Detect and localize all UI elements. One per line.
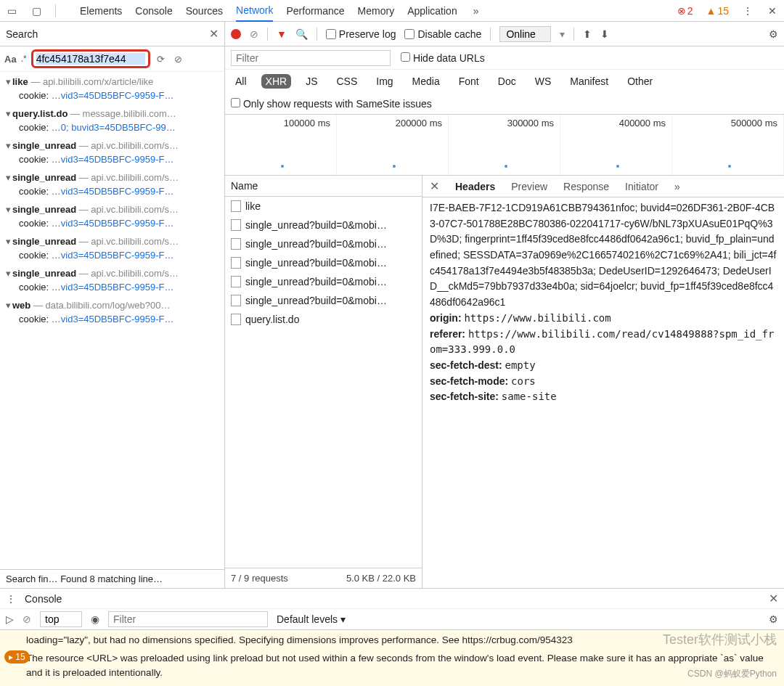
search-result-line[interactable]: cookie: …vid3=45DB5BFC-9959-F… xyxy=(0,152,224,168)
search-result-line[interactable]: cookie: …vid3=45DB5BFC-9959-F… xyxy=(0,184,224,200)
type-xhr[interactable]: XHR xyxy=(261,74,292,89)
request-row[interactable]: query.list.do xyxy=(225,310,422,329)
watermark-logo: Tester软件测试小栈 xyxy=(663,630,777,650)
response-header: sec-fetch-site: same-site xyxy=(430,389,777,405)
drawer-menu-icon[interactable]: ⋮ xyxy=(6,593,16,605)
warn-count-badge: ▸ 15 xyxy=(4,650,30,663)
search-result[interactable]: ▾single_unread — api.vc.bilibili.com/s… xyxy=(0,168,224,184)
download-har-icon[interactable]: ⬇ xyxy=(600,28,609,40)
error-badge[interactable]: ⊗ 2 xyxy=(677,5,693,17)
search-title: Search xyxy=(6,28,38,40)
doc-icon xyxy=(231,295,241,306)
detail-tab-headers[interactable]: Headers xyxy=(455,181,495,192)
search-highlight xyxy=(31,49,150,68)
type-img[interactable]: Img xyxy=(372,74,397,89)
regex-icon[interactable]: .* xyxy=(21,54,27,64)
request-row[interactable]: single_unread?build=0&mobi… xyxy=(225,291,422,310)
detail-more-icon[interactable]: » xyxy=(674,181,680,192)
doc-icon xyxy=(231,238,241,250)
detail-close-icon[interactable]: ✕ xyxy=(430,179,439,193)
type-js[interactable]: JS xyxy=(301,74,322,89)
search-result[interactable]: ▾single_unread — api.vc.bilibili.com/s… xyxy=(0,136,224,152)
request-row[interactable]: single_unread?build=0&mobi… xyxy=(225,272,422,291)
tab-memory[interactable]: Memory xyxy=(358,5,395,17)
search-result[interactable]: ▾web — data.bilibili.com/log/web?00… xyxy=(0,295,224,312)
search-result-line[interactable]: cookie: …vid3=45DB5BFC-9959-F… xyxy=(0,312,224,327)
console-clear-icon[interactable]: ⊘ xyxy=(23,613,31,625)
gear-icon[interactable]: ⚙ xyxy=(769,28,778,40)
tab-performance[interactable]: Performance xyxy=(286,5,344,17)
search-result[interactable]: ▾query.list.do — message.bilibili.com… xyxy=(0,104,224,121)
type-all[interactable]: All xyxy=(231,74,251,89)
timeline-tick: 500000 ms xyxy=(672,115,784,175)
type-media[interactable]: Media xyxy=(408,74,444,89)
tab-elements[interactable]: Elements xyxy=(80,5,122,17)
doc-icon xyxy=(231,219,241,231)
doc-icon xyxy=(231,276,241,287)
console-gear-icon[interactable]: ⚙ xyxy=(769,613,778,625)
search-footer: Search fin… Found 8 matching line… xyxy=(0,569,224,588)
type-other[interactable]: Other xyxy=(623,74,657,89)
search-result-line[interactable]: cookie: …vid3=45DB5BFC-9959-F… xyxy=(0,248,224,264)
samesite-checkbox[interactable]: Only show requests with SameSite issues xyxy=(231,98,432,110)
tab-console[interactable]: Console xyxy=(135,5,172,17)
throttle-select[interactable]: Online xyxy=(499,26,551,42)
name-column-header[interactable]: Name xyxy=(225,176,422,197)
search-result-line[interactable]: cookie: …vid3=45DB5BFC-9959-F… xyxy=(0,89,224,104)
more-tabs-icon[interactable]: » xyxy=(470,5,482,17)
clear-icon[interactable]: ⊘ xyxy=(250,28,258,40)
search-result-line[interactable]: cookie: …vid3=45DB5BFC-9959-F… xyxy=(0,216,224,232)
upload-har-icon[interactable]: ⬆ xyxy=(583,28,592,40)
type-manifest[interactable]: Manifest xyxy=(565,74,613,89)
live-expr-icon[interactable]: ◉ xyxy=(91,613,99,625)
request-row[interactable]: single_unread?build=0&mobi… xyxy=(225,216,422,234)
requests-count: 7 / 9 requests xyxy=(231,573,288,584)
filter-icon[interactable]: ▼ xyxy=(277,28,287,40)
detail-tab-initiator[interactable]: Initiator xyxy=(625,181,658,192)
close-devtools-icon[interactable]: ✕ xyxy=(767,5,778,17)
warn-badge[interactable]: ▲ 15 xyxy=(706,5,729,17)
console-filter-input[interactable] xyxy=(108,611,268,627)
detail-tab-preview[interactable]: Preview xyxy=(511,181,547,192)
search-result[interactable]: ▾like — api.bilibili.com/x/article/like xyxy=(0,72,224,89)
levels-select[interactable]: Default levels ▾ xyxy=(277,613,346,625)
match-case-icon[interactable]: Aa xyxy=(4,54,17,65)
cookie-value: I7E-BAEB-7F12-1CD919A61CBB794361nfoc; bu… xyxy=(430,200,777,311)
type-doc[interactable]: Doc xyxy=(494,74,520,89)
search-result[interactable]: ▾single_unread — api.vc.bilibili.com/s… xyxy=(0,200,224,216)
tab-sources[interactable]: Sources xyxy=(186,5,223,17)
search-close-icon[interactable]: ✕ xyxy=(209,27,219,41)
disable-cache-checkbox[interactable]: Disable cache xyxy=(404,28,481,40)
console-close-icon[interactable]: ✕ xyxy=(769,592,778,605)
hide-dataurls-checkbox[interactable]: Hide data URLs xyxy=(401,52,485,64)
inspect-icon[interactable]: ▭ xyxy=(6,5,17,17)
kebab-icon[interactable]: ⋮ xyxy=(742,5,754,17)
search-result[interactable]: ▾single_unread — api.vc.bilibili.com/s… xyxy=(0,264,224,280)
search-input[interactable] xyxy=(36,53,145,65)
search-clear-icon[interactable]: ⊘ xyxy=(172,52,185,65)
search-result-line[interactable]: cookie: …0; buvid3=45DB5BFC-99… xyxy=(0,121,224,136)
request-row[interactable]: single_unread?build=0&mobi… xyxy=(225,253,422,272)
search-result-line[interactable]: cookie: …vid3=45DB5BFC-9959-F… xyxy=(0,280,224,295)
request-row[interactable]: like xyxy=(225,197,422,216)
response-header: sec-fetch-mode: cors xyxy=(430,374,777,390)
type-font[interactable]: Font xyxy=(454,74,483,89)
preserve-log-checkbox[interactable]: Preserve log xyxy=(326,28,396,40)
detail-tab-response[interactable]: Response xyxy=(563,181,609,192)
context-select[interactable]: top xyxy=(40,611,82,627)
console-messages: ▸ 15 loading="lazy", but had no dimensio… xyxy=(0,630,784,686)
exec-icon[interactable]: ▷ xyxy=(6,613,14,625)
device-icon[interactable]: ▢ xyxy=(30,5,42,17)
record-icon[interactable] xyxy=(231,29,241,39)
search-refresh-icon[interactable]: ⟳ xyxy=(155,52,168,65)
type-ws[interactable]: WS xyxy=(531,74,556,89)
network-filter-input[interactable] xyxy=(231,50,391,66)
request-row[interactable]: single_unread?build=0&mobi… xyxy=(225,234,422,253)
response-header: sec-fetch-dest: empty xyxy=(430,358,777,374)
watermark: CSDN @蚂蚁爱Python xyxy=(687,667,777,680)
tab-application[interactable]: Application xyxy=(407,5,457,17)
search-result[interactable]: ▾single_unread — api.vc.bilibili.com/s… xyxy=(0,232,224,248)
search-icon[interactable]: 🔍 xyxy=(295,28,308,40)
type-css[interactable]: CSS xyxy=(332,74,362,89)
tab-network[interactable]: Network xyxy=(236,4,273,22)
